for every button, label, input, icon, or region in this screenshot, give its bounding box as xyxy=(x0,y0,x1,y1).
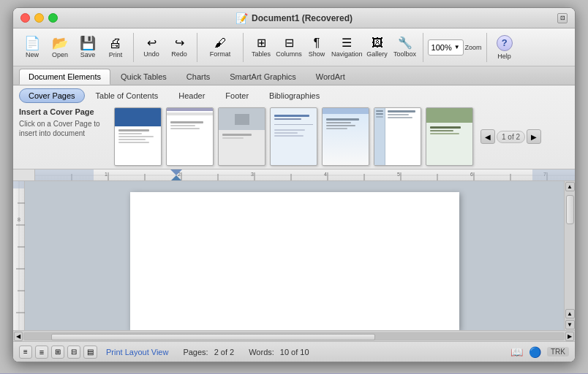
tab-smartart[interactable]: SmartArt Graphics xyxy=(220,69,305,85)
toolbar-print[interactable]: 🖨 Print xyxy=(102,37,129,58)
svg-rect-23 xyxy=(532,169,575,181)
columns-icon: ⊟ xyxy=(284,37,294,49)
new-icon: 📄 xyxy=(24,37,40,50)
zoom-arrow-icon: ▼ xyxy=(454,44,460,50)
next-page-button[interactable]: ▶ xyxy=(527,129,541,144)
tab-wordart[interactable]: WordArt xyxy=(306,69,355,85)
minimize-button[interactable] xyxy=(34,13,44,23)
scroll-down-button-2[interactable]: ▼ xyxy=(565,320,575,329)
toolbar-gallery[interactable]: 🖼 Gallery xyxy=(364,37,391,58)
vertical-ruler: 8 xyxy=(13,181,25,330)
sub-tab-cover-pages[interactable]: Cover Pages xyxy=(19,88,85,103)
toolbar-sep-5 xyxy=(486,33,487,62)
show-label: Show xyxy=(309,50,325,58)
svg-text:8: 8 xyxy=(18,217,20,222)
toolbar-undo[interactable]: ↩ Undo xyxy=(138,37,165,58)
view-list-button[interactable]: ≡ xyxy=(19,346,32,359)
toolbar-columns[interactable]: ⊟ Columns xyxy=(276,37,302,58)
pagination-controls: ◀ 1 of 2 ▶ xyxy=(480,129,541,144)
sub-tab-header[interactable]: Header xyxy=(169,88,214,103)
horizontal-scrollbar: ◀ ▶ xyxy=(13,330,575,341)
svg-text:5: 5 xyxy=(397,172,400,177)
app-window: 📝 Document1 (Recovered) ⊡ 📄 New 📂 Open 💾… xyxy=(12,7,576,362)
cover-pages-sidebar: Insert a Cover Page Click on a Cover Pag… xyxy=(19,107,114,166)
canvas-wrap: 8 ▲ ▲ ▼ xyxy=(13,181,575,330)
sub-tab-toc[interactable]: Table of Contents xyxy=(86,88,168,103)
expand-button[interactable]: ⊡ xyxy=(557,13,568,23)
cover-thumb-1[interactable] xyxy=(114,107,162,166)
redo-icon: ↪ xyxy=(175,37,184,49)
scroll-left-button[interactable]: ◀ xyxy=(14,332,23,341)
statusbar: ≡ ≡ ⊞ ⊟ ▤ Print Layout View Pages: 2 of … xyxy=(13,341,575,362)
view-web-button[interactable]: ▤ xyxy=(83,346,97,359)
spell-icon: 🔵 xyxy=(529,346,541,358)
close-button[interactable] xyxy=(20,13,30,23)
navigation-icon: ☰ xyxy=(342,37,352,49)
prev-page-button[interactable]: ◀ xyxy=(480,129,495,144)
help-icon: ? xyxy=(497,35,513,51)
toolbar-format[interactable]: 🖌 Format xyxy=(202,37,238,58)
toolbox-icon: 🔧 xyxy=(398,37,412,49)
svg-text:1: 1 xyxy=(105,172,108,177)
sub-tab-bibliographies[interactable]: Bibliographies xyxy=(260,88,329,103)
tab-charts[interactable]: Charts xyxy=(177,69,219,85)
h-scroll-thumb[interactable] xyxy=(51,334,375,340)
view-print-button[interactable]: ⊟ xyxy=(67,346,80,359)
new-label: New xyxy=(26,51,39,58)
titlebar: 📝 Document1 (Recovered) ⊡ xyxy=(13,8,575,28)
toolbar-table[interactable]: ⊞ Tables xyxy=(248,37,274,58)
sub-tab-footer[interactable]: Footer xyxy=(216,88,258,103)
vertical-scrollbar: ▲ ▲ ▼ xyxy=(564,181,575,330)
scroll-right-button[interactable]: ▶ xyxy=(565,332,574,341)
toolbar-save[interactable]: 💾 Save xyxy=(75,37,101,58)
toolbar-open[interactable]: 📂 Open xyxy=(47,37,73,58)
cover-thumb-7[interactable] xyxy=(426,107,473,166)
doc-icon: 📝 xyxy=(235,12,248,24)
words-value: 10 of 10 xyxy=(280,348,309,356)
open-icon: 📂 xyxy=(52,37,68,50)
toolbar-sep-4 xyxy=(423,33,423,62)
cover-thumb-2[interactable] xyxy=(166,107,214,166)
horizontal-ruler: 1 2 3 4 5 6 7 xyxy=(35,169,575,181)
page-indicator: 1 of 2 xyxy=(497,131,525,143)
toolbar-help[interactable]: ? Help xyxy=(491,35,518,60)
zoom-label: Zoom xyxy=(465,44,482,51)
scrollbar-thumb[interactable] xyxy=(566,195,574,224)
canvas-main[interactable] xyxy=(25,181,564,330)
pages-value: 2 of 2 xyxy=(214,348,235,356)
gallery-icon: 🖼 xyxy=(372,37,383,49)
table-label: Tables xyxy=(252,50,271,58)
scroll-up-button[interactable]: ▲ xyxy=(565,182,575,191)
cover-thumb-5[interactable] xyxy=(322,107,369,166)
tab-document-elements[interactable]: Document Elements xyxy=(19,69,110,85)
toolbar-sep-1 xyxy=(133,33,134,62)
undo-label: Undo xyxy=(143,50,159,58)
scroll-down-button-1[interactable]: ▲ xyxy=(565,309,575,318)
navigation-label: Navigation xyxy=(331,50,363,58)
toolbar-navigation[interactable]: ☰ Navigation xyxy=(331,37,363,58)
cover-thumb-3[interactable] xyxy=(218,107,265,166)
ribbon-tabs: Document Elements Quick Tables Charts Sm… xyxy=(13,66,575,85)
show-icon: ¶ xyxy=(314,37,320,49)
maximize-button[interactable] xyxy=(48,13,58,23)
book-icon: 📖 xyxy=(510,346,523,358)
ruler-corner xyxy=(13,169,35,181)
help-label: Help xyxy=(497,53,511,60)
toolbar-redo[interactable]: ↪ Redo xyxy=(166,37,192,58)
toolbar-show[interactable]: ¶ Show xyxy=(304,37,330,58)
document-area: 1 2 3 4 5 6 7 xyxy=(13,169,575,341)
cover-thumb-4[interactable] xyxy=(270,107,317,166)
undo-icon: ↩ xyxy=(147,37,157,49)
tab-quick-tables[interactable]: Quick Tables xyxy=(111,69,176,85)
ribbon-content-document-elements: Cover Pages Table of Contents Header Foo… xyxy=(13,85,575,169)
zoom-input[interactable]: 100% ▼ xyxy=(428,39,464,56)
view-draft-button[interactable]: ⊞ xyxy=(51,346,64,359)
svg-text:4: 4 xyxy=(324,172,327,177)
print-icon: 🖨 xyxy=(109,37,122,50)
toolbar-toolbox[interactable]: 🔧 Toolbox xyxy=(392,37,418,58)
view-outline-button[interactable]: ≡ xyxy=(35,346,48,359)
cover-thumb-6[interactable] xyxy=(374,107,421,166)
cover-pages-area: Insert a Cover Page Click on a Cover Pag… xyxy=(19,107,569,166)
document-page xyxy=(130,192,459,330)
toolbar-new[interactable]: 📄 New xyxy=(19,37,45,58)
